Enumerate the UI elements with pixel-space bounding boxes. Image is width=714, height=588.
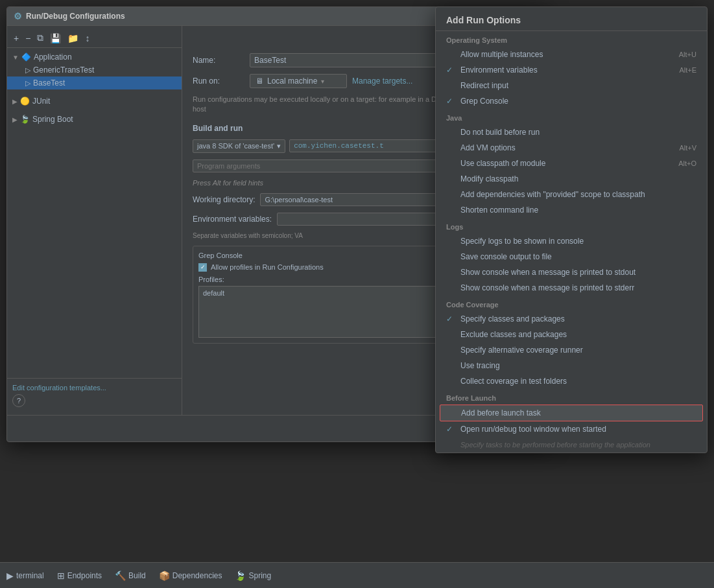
generictranstest-icon: ▷: [25, 66, 30, 75]
panel-item-no-build[interactable]: Do not build before run: [436, 124, 707, 140]
panel-item-specify-classes[interactable]: ✓ Specify classes and packages: [436, 311, 707, 327]
item-modify-classpath-text: Modify classpath: [460, 174, 691, 183]
checkmark-show-stdout: [446, 268, 455, 277]
item-exclude-classes-text: Exclude classes and packages: [460, 330, 691, 339]
section-label-logs: Logs: [436, 218, 707, 233]
panel-item-add-vm[interactable]: Add VM options Alt+V: [436, 140, 707, 156]
application-label: Application: [34, 53, 72, 62]
item-grep-console-text: Grep Console: [460, 97, 691, 106]
run-on-label: Run on:: [193, 76, 244, 86]
checkmark-use-classpath: [446, 159, 455, 168]
bottom-bar: ▶ terminal ⊞ Endpoints 🔨 Build 📦 Depende…: [0, 562, 714, 588]
item-add-deps-text: Add dependencies with "provided" scope t…: [460, 190, 691, 199]
item-add-vm-text: Add VM options: [460, 143, 674, 152]
add-config-button[interactable]: +: [12, 32, 20, 45]
basetest-icon: ▷: [25, 79, 30, 88]
target-select[interactable]: 🖥 Local machine ▾: [250, 74, 347, 88]
item-use-tracing-text: Use tracing: [460, 361, 691, 370]
panel-item-modify-classpath[interactable]: Modify classpath: [436, 171, 707, 187]
dependencies-btn[interactable]: 📦 Dependencies: [159, 570, 222, 581]
sidebar-item-basetest[interactable]: ▷ BaseTest: [7, 76, 182, 89]
item-shorten-cmd-text: Shorten command line: [460, 206, 691, 215]
item-show-stdout-text: Show console when a message is printed t…: [460, 268, 691, 277]
panel-item-redirect-input[interactable]: Redirect input: [436, 78, 707, 93]
panel-item-shorten-cmd[interactable]: Shorten command line: [436, 202, 707, 218]
sidebar-group-application[interactable]: ▼ 🔷 Application: [7, 51, 182, 64]
item-env-vars-text: Environment variables: [460, 65, 674, 75]
panel-item-show-stdout[interactable]: Show console when a message is printed t…: [436, 265, 707, 280]
panel-item-grep-console[interactable]: ✓ Grep Console: [436, 93, 707, 109]
item-use-classpath-text: Use classpath of module: [460, 159, 673, 168]
section-label-before-launch: Before Launch: [436, 389, 707, 405]
sidebar: + − ⧉ 💾 📁 ↕ ▼ 🔷 Application ▷ GenericTra…: [7, 26, 182, 415]
item-allow-multiple-text: Allow multiple instances: [460, 50, 674, 59]
dialog-title: ⚙ Run/Debug Configurations: [14, 11, 125, 21]
build-btn[interactable]: 🔨 Build: [115, 570, 146, 581]
panel-item-add-deps[interactable]: Add dependencies with "provided" scope t…: [436, 187, 707, 202]
remove-config-button[interactable]: −: [24, 32, 32, 45]
panel-item-allow-multiple[interactable]: Allow multiple instances Alt+U: [436, 47, 707, 62]
shortcut-allow-multiple: Alt+U: [679, 51, 696, 58]
junit-icon: 🟡: [20, 97, 30, 106]
sdk-arrow-icon: ▾: [277, 142, 281, 150]
save-config-button[interactable]: 💾: [49, 32, 62, 45]
panel-item-hint: Specify tasks to be performed before sta…: [436, 437, 707, 453]
sidebar-group-junit[interactable]: ▶ 🟡 JUnit: [7, 95, 182, 108]
spring-label: Spring: [248, 571, 271, 580]
sidebar-group-springboot[interactable]: ▶ 🍃 Spring Boot: [7, 113, 182, 126]
sidebar-item-generictranstest[interactable]: ▷ GenericTransTest: [7, 64, 182, 76]
section-label-coverage: Code Coverage: [436, 296, 707, 311]
allow-profiles-label: Allow profiles in Run Configurations: [211, 263, 324, 271]
panel-item-specify-runner[interactable]: Specify alternative coverage runner: [436, 342, 707, 358]
spring-btn[interactable]: 🍃 Spring: [235, 570, 271, 581]
sdk-select[interactable]: java 8 SDK of 'case-test' ▾: [193, 139, 285, 153]
manage-targets-link[interactable]: Manage targets...: [352, 76, 412, 86]
checkmark-add-deps: [446, 190, 455, 199]
checkmark-add-vm: [446, 143, 455, 152]
panel-item-use-tracing[interactable]: Use tracing: [436, 358, 707, 373]
chevron-down-icon: ▾: [321, 78, 324, 85]
terminal-btn[interactable]: ▶ terminal: [6, 570, 44, 581]
panel-item-specify-logs[interactable]: Specify logs to be shown in console: [436, 233, 707, 249]
help-button[interactable]: ?: [12, 394, 25, 407]
checkmark-env-vars: ✓: [446, 65, 455, 75]
sdk-label: java 8 SDK of 'case-test': [197, 142, 274, 150]
panel-item-show-stderr[interactable]: Show console when a message is printed t…: [436, 280, 707, 296]
endpoints-btn[interactable]: ⊞ Endpoints: [57, 570, 102, 581]
terminal-icon: ▶: [6, 570, 14, 581]
dialog-title-text: Run/Debug Configurations: [26, 12, 125, 21]
springboot-icon: 🍃: [20, 115, 30, 124]
generictranstest-label: GenericTransTest: [33, 65, 94, 75]
spring-icon: 🍃: [235, 570, 246, 581]
checkmark-use-tracing: [446, 361, 455, 370]
checkmark-no-build: [446, 128, 455, 137]
dependencies-icon: 📦: [159, 570, 170, 581]
basetest-label: BaseTest: [33, 78, 65, 88]
allow-profiles-checkbox[interactable]: ✓: [198, 263, 207, 272]
panel-item-collect-coverage[interactable]: Collect coverage in test folders: [436, 373, 707, 389]
copy-config-button[interactable]: ⧉: [36, 31, 45, 45]
panel-item-open-tool-window[interactable]: ✓ Open run/debug tool window when starte…: [436, 421, 707, 437]
checkmark-shorten-cmd: [446, 206, 455, 215]
item-save-console-text: Save console output to file: [460, 252, 691, 261]
item-specify-runner-text: Specify alternative coverage runner: [460, 346, 691, 355]
panel-item-use-classpath[interactable]: Use classpath of module Alt+O: [436, 156, 707, 171]
target-icon: 🖥: [256, 76, 263, 86]
checkmark-grep-console: ✓: [446, 97, 455, 106]
edit-templates-link[interactable]: Edit configuration templates...: [12, 384, 176, 392]
target-label: Local machine: [267, 76, 317, 86]
sort-config-button[interactable]: ↕: [84, 32, 91, 45]
panel-item-save-console[interactable]: Save console output to file: [436, 249, 707, 265]
item-hint-text: Specify tasks to be performed before sta…: [460, 441, 696, 449]
section-label-java: Java: [436, 109, 707, 124]
shortcut-env-vars: Alt+E: [679, 66, 696, 74]
folder-config-button[interactable]: 📁: [66, 32, 80, 45]
panel-item-add-before-launch[interactable]: Add before launch task: [440, 405, 703, 421]
checkmark-specify-logs: [446, 237, 455, 246]
item-redirect-text: Redirect input: [460, 81, 691, 90]
checkmark-hint: [446, 440, 455, 449]
checkmark-modify-classpath: [446, 174, 455, 183]
checkmark-collect-coverage: [446, 377, 455, 386]
panel-item-exclude-classes[interactable]: Exclude classes and packages: [436, 327, 707, 342]
panel-item-env-vars[interactable]: ✓ Environment variables Alt+E: [436, 62, 707, 78]
